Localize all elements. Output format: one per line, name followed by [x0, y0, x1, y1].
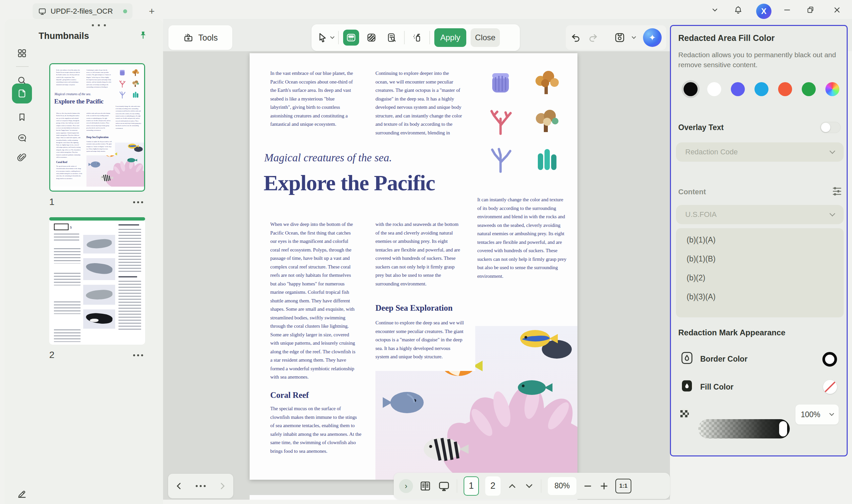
thumbnail-page-1[interactable]: In the vast embrace of our blue planet, …: [49, 63, 145, 192]
col2-body: with the rocks and seaweeds at the botto…: [375, 220, 463, 288]
toolbox-icon: [183, 32, 194, 43]
toolbar-divider: [338, 31, 339, 44]
search-redact-tool[interactable]: [384, 30, 400, 46]
whale-image-orca: [83, 309, 115, 329]
window-menu-chevron[interactable]: [709, 4, 721, 16]
cursor-icon: [317, 32, 328, 43]
apply-button[interactable]: Apply: [434, 28, 466, 47]
redact-area-tool[interactable]: [363, 30, 379, 46]
save-icon[interactable]: [614, 32, 626, 43]
border-color-value-swatch[interactable]: [822, 352, 837, 366]
updf-app-window: UPDF-2-files_OCR + X: [0, 0, 852, 504]
col3-text: It can instantly change the color and te…: [477, 196, 567, 281]
actual-size-button[interactable]: 1:1: [615, 479, 631, 493]
opacity-slider-handle[interactable]: [779, 421, 787, 436]
panel-drag-handle[interactable]: [92, 24, 112, 26]
expand-bar-button[interactable]: ›: [399, 479, 413, 493]
ai-assistant-button[interactable]: ✦: [643, 28, 662, 47]
content-source-dropdown[interactable]: U.S.FOIA: [676, 205, 844, 224]
mini-doc-subtitle: Magical creatures of the sea.: [55, 92, 91, 96]
select-tool-chevron-icon[interactable]: [330, 35, 335, 39]
thumbnail-page-1-preview: In the vast embrace of our blue planet, …: [50, 64, 144, 187]
opacity-value-dropdown[interactable]: 100%: [795, 404, 839, 425]
two-page-view-icon[interactable]: [419, 480, 431, 492]
fill-color-none-swatch[interactable]: [823, 380, 837, 394]
filter-sliders-icon[interactable]: [831, 186, 843, 197]
code-item-b1a[interactable]: (b)(1)(A): [687, 236, 715, 245]
coral-image-red-branch: [479, 103, 521, 137]
tools-button[interactable]: Tools: [168, 25, 232, 50]
heading-line-placeholder: [119, 224, 139, 226]
redaction-code-list: (b)(1)(A) (b)(1)(B) (b)(2) (b)(3)(A): [676, 228, 844, 317]
thumbnail-1-more-button[interactable]: [133, 201, 143, 203]
swatch-black[interactable]: [684, 82, 697, 96]
thumbnail-page-2[interactable]: s: [49, 219, 145, 345]
previous-page-chevron-icon[interactable]: [507, 481, 517, 491]
zoom-in-icon[interactable]: [599, 481, 609, 491]
code-item-b3a[interactable]: (b)(3)(A): [687, 292, 715, 301]
toggle-knob: [821, 123, 830, 132]
overlay-text-toggle[interactable]: [820, 122, 841, 133]
border-color-icon: [680, 350, 694, 365]
opacity-slider[interactable]: [698, 419, 790, 438]
document-tab[interactable]: UPDF-2-files_OCR: [33, 3, 132, 19]
zoom-out-icon[interactable]: [583, 481, 593, 491]
chevron-down-icon: [830, 148, 835, 154]
mini-col2-body: with the rocks and seaweeds at the botto…: [86, 112, 111, 132]
redaction-code-dropdown[interactable]: Redaction Code: [676, 142, 844, 162]
close-window-button[interactable]: [831, 4, 843, 16]
coral-image-teal-fingers: [525, 140, 567, 175]
back-chevron-icon[interactable]: [174, 481, 184, 491]
coral-image-blue-branch: [479, 140, 521, 175]
swatch-green[interactable]: [802, 82, 816, 96]
page-1-button[interactable]: 1: [464, 476, 479, 496]
next-page-chevron-icon[interactable]: [524, 481, 534, 491]
comments-icon[interactable]: [12, 128, 32, 148]
swatch-indigo[interactable]: [731, 82, 745, 96]
coral-reef-heading: Coral Reef: [270, 391, 309, 400]
swatch-white[interactable]: [707, 82, 721, 96]
panel-title: Redacted Area Fill Color: [678, 33, 775, 43]
signature-pen-icon[interactable]: [12, 484, 32, 504]
minimize-button[interactable]: [781, 4, 793, 16]
zoom-level-box[interactable]: 80%: [548, 477, 576, 495]
code-item-b1b[interactable]: (b)(1)(B): [687, 254, 715, 264]
redaction-properties-panel: Redacted Area Fill Color Redaction allow…: [670, 25, 848, 456]
text-lines-placeholder: [119, 281, 141, 331]
sanitize-tool[interactable]: [409, 30, 425, 46]
thumbnail-1-number: 1: [49, 197, 55, 207]
user-avatar[interactable]: X: [756, 4, 771, 19]
undo-icon[interactable]: [570, 32, 581, 43]
thumbnail-2-more-button[interactable]: [133, 354, 143, 356]
code-item-b2[interactable]: (b)(2): [687, 273, 705, 283]
page-2-button[interactable]: 2: [485, 476, 500, 496]
bar-divider: [541, 480, 542, 493]
text-lines-placeholder: [54, 234, 79, 241]
text-lines-placeholder: [54, 301, 81, 314]
pdf-page-1[interactable]: In the vast embrace of our blue planet, …: [250, 53, 578, 480]
bookmark-icon[interactable]: [12, 107, 32, 127]
presentation-mode-icon[interactable]: [438, 480, 450, 492]
save-options-chevron-icon[interactable]: [632, 35, 636, 39]
swatch-orange-red[interactable]: [778, 82, 792, 96]
redact-text-tool-active[interactable]: [343, 30, 359, 46]
swatch-sky-blue[interactable]: [755, 82, 768, 96]
redaction-toolbar: Apply Close: [312, 24, 520, 51]
history-more-button[interactable]: [196, 485, 206, 487]
monitor-icon: [38, 7, 47, 16]
opacity-checker-icon: [679, 407, 690, 420]
mini-deep-sea-heading: Deep Sea Exploration: [86, 136, 108, 139]
swatch-rainbow[interactable]: [826, 82, 839, 96]
toolbar-divider: [404, 31, 405, 44]
attachment-paperclip-icon[interactable]: [12, 147, 32, 167]
col1-body: When we dive deep into the bottom of the…: [270, 220, 357, 382]
restore-button[interactable]: [804, 4, 816, 16]
select-tool-button[interactable]: [317, 32, 334, 43]
page-thumbnails-tab[interactable]: [12, 84, 32, 104]
notifications-bell-icon[interactable]: [732, 4, 744, 16]
grid-menu-icon[interactable]: [12, 43, 32, 63]
pin-icon[interactable]: [138, 30, 148, 41]
title-bar: UPDF-2-files_OCR + X: [0, 0, 852, 19]
new-tab-button[interactable]: +: [146, 5, 158, 17]
close-button[interactable]: Close: [471, 28, 500, 47]
